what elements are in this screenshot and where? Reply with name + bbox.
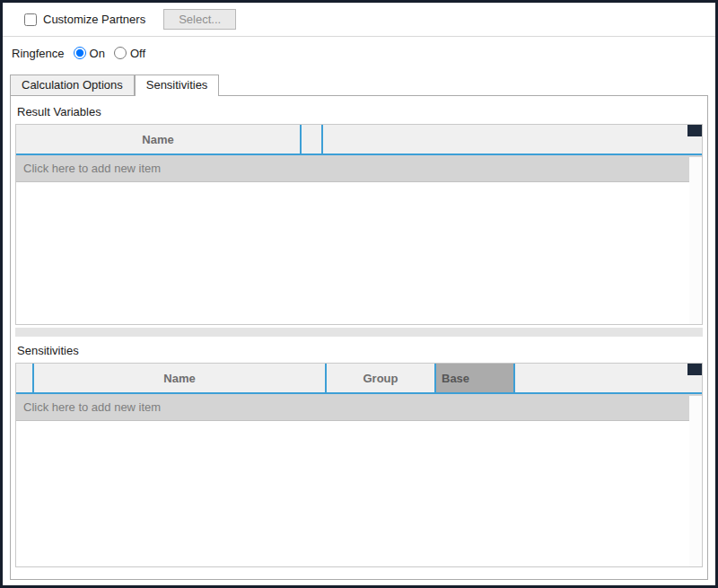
grid-corner-box	[687, 364, 702, 375]
sensitivities-grid: Name Group Base Click here to add new it…	[15, 363, 703, 567]
column-header-name[interactable]: Name	[34, 364, 327, 392]
sensitivities-header-row: Name Group Base	[16, 364, 702, 394]
column-header-name-label: Name	[163, 372, 195, 385]
select-button[interactable]: Select...	[163, 9, 236, 30]
column-header-filler	[323, 125, 702, 154]
ringfence-off-label: Off	[130, 47, 145, 60]
customize-partners-row: Customize Partners Select...	[3, 3, 715, 37]
add-new-item-row[interactable]: Click here to add new item	[16, 155, 702, 182]
column-header-name[interactable]: Name	[16, 125, 302, 154]
tab-strip: Calculation Options Sensitivities	[3, 69, 715, 95]
column-header-base[interactable]: Base	[434, 364, 515, 392]
column-header-group-label: Group	[363, 372, 398, 385]
add-new-item-row[interactable]: Click here to add new item	[16, 394, 702, 421]
result-variables-header-row: Name	[16, 125, 702, 155]
result-variables-grid-body	[16, 182, 702, 324]
ringfence-off-option[interactable]: Off	[114, 47, 145, 60]
tab-sensitivities[interactable]: Sensitivities	[135, 75, 220, 96]
ringfence-on-radio[interactable]	[74, 47, 86, 59]
ringfence-row: Ringfence On Off	[3, 37, 715, 69]
sensitivities-grid-body	[16, 421, 702, 566]
scrollbar-gutter	[689, 396, 702, 566]
result-variables-title: Result Variables	[17, 105, 703, 118]
scrollbar-gutter	[689, 157, 702, 324]
tab-calculation-options[interactable]: Calculation Options	[10, 75, 135, 95]
result-variables-grid: Name Click here to add new item	[15, 124, 703, 325]
sensitivities-title: Sensitivities	[17, 344, 703, 357]
customize-partners-checkbox-label[interactable]: Customize Partners	[24, 13, 145, 26]
sensitivities-tab-content: Result Variables Name Click here to add …	[10, 95, 708, 580]
grid-splitter[interactable]	[15, 328, 703, 337]
add-new-item-text: Click here to add new item	[23, 162, 161, 175]
application-window: Customize Partners Select... Ringfence O…	[0, 0, 718, 588]
column-header-name-label: Name	[142, 133, 173, 146]
column-header-indicator	[16, 364, 34, 392]
column-header-base-label: Base	[442, 372, 469, 385]
column-header-group[interactable]: Group	[327, 364, 434, 392]
column-header-empty	[302, 125, 323, 154]
ringfence-on-label: On	[90, 47, 105, 60]
ringfence-on-option[interactable]: On	[74, 47, 105, 60]
ringfence-off-radio[interactable]	[114, 47, 127, 59]
customize-partners-checkbox[interactable]	[24, 13, 37, 26]
customize-partners-text: Customize Partners	[43, 13, 145, 26]
add-new-item-text: Click here to add new item	[23, 400, 161, 414]
grid-corner-box	[687, 125, 702, 136]
column-header-filler	[515, 364, 702, 392]
ringfence-label: Ringfence	[12, 47, 65, 60]
